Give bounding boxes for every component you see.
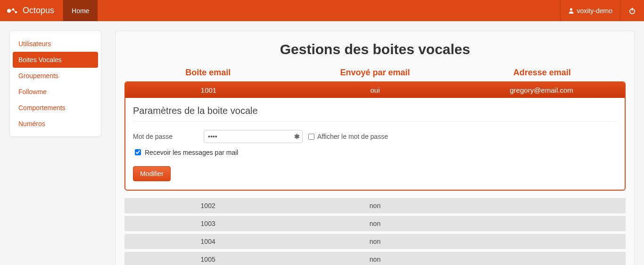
selected-address: gregory@email.com	[458, 82, 625, 98]
header-box: Boite email	[124, 68, 291, 78]
voicemail-settings-body: Paramètres de la boite vocale Mot de pas…	[125, 98, 625, 190]
voicemail-cell-box: 1004	[124, 234, 291, 249]
password-label: Mot de passe	[133, 133, 204, 140]
voicemail-row[interactable]: 1004non	[124, 234, 626, 249]
sidebar-item-boites-vocales[interactable]: Boites Vocales	[13, 52, 98, 68]
sidebar: UtilisateursBoites VocalesGroupementsFol…	[9, 31, 101, 137]
navbar-spacer	[98, 0, 560, 21]
voicemail-cell-sent: non	[291, 252, 458, 265]
svg-point-5	[570, 8, 572, 10]
nav-user-label: voxity-demo	[577, 7, 612, 15]
brand-logo-icon	[7, 7, 19, 15]
voicemail-cell-sent: non	[291, 216, 458, 231]
selected-sent: oui	[292, 82, 458, 98]
voicemail-cell-address	[459, 252, 626, 265]
sidebar-item-numéros[interactable]: Numéros	[10, 116, 101, 132]
nav-home-label: Home	[72, 7, 89, 15]
voicemail-row[interactable]: 1005non	[124, 252, 626, 265]
receive-mail-label: Recevoir les messages par mail	[145, 149, 238, 156]
header-address: Adresse email	[459, 68, 626, 78]
receive-mail-checkbox[interactable]	[135, 149, 141, 155]
header-sent: Envoyé par email	[291, 68, 458, 78]
power-icon	[628, 7, 636, 15]
sidebar-item-followme[interactable]: Followme	[10, 84, 101, 100]
sidebar-item-groupements[interactable]: Groupements	[10, 68, 101, 84]
voicemail-cell-box: 1003	[124, 216, 291, 231]
show-password-label: Afficher le mot de passe	[317, 133, 388, 140]
svg-line-4	[13, 10, 16, 12]
selected-box: 1001	[125, 82, 292, 98]
column-headers: Boite email Envoyé par email Adresse ema…	[124, 68, 626, 78]
selected-voicemail-row[interactable]: 1001 oui gregory@email.com	[125, 82, 625, 98]
voicemail-cell-sent: non	[291, 198, 458, 213]
voicemail-settings-title: Paramètres de la boite vocale	[133, 105, 617, 121]
voicemail-cell-box: 1005	[124, 252, 291, 265]
brand-label: Octopus	[23, 6, 54, 16]
show-password-wrapper[interactable]: Afficher le mot de passe	[306, 132, 388, 141]
voicemail-cell-sent: non	[291, 234, 458, 249]
brand[interactable]: Octopus	[0, 0, 63, 21]
selected-voicemail-panel: 1001 oui gregory@email.com Paramètres de…	[124, 81, 626, 191]
voicemail-cell-box: 1002	[124, 198, 291, 213]
modify-button[interactable]: Modifier	[133, 166, 171, 181]
voicemail-cell-address	[459, 216, 626, 231]
user-icon	[568, 8, 574, 14]
voicemail-rows: 1002non1003non1004non1005non	[124, 198, 626, 265]
show-password-checkbox[interactable]	[308, 134, 314, 140]
modify-button-label: Modifier	[140, 170, 164, 177]
password-row: Mot de passe ✱ Afficher le mot de passe	[133, 130, 617, 143]
voicemail-cell-address	[459, 234, 626, 249]
sidebar-item-utilisateurs[interactable]: Utilisateurs	[10, 36, 101, 52]
receive-mail-row: Recevoir les messages par mail	[133, 148, 617, 157]
svg-point-0	[7, 9, 11, 13]
top-navbar: Octopus Home voxity-demo	[0, 0, 644, 21]
nav-home[interactable]: Home	[63, 0, 98, 21]
nav-user[interactable]: voxity-demo	[560, 0, 620, 21]
sidebar-item-comportements[interactable]: Comportements	[10, 100, 101, 116]
voicemail-row[interactable]: 1003non	[124, 216, 626, 231]
page-title: Gestions des boites vocales	[124, 41, 626, 57]
voicemail-row[interactable]: 1002non	[124, 198, 626, 213]
main-panel: Gestions des boites vocales Boite email …	[116, 31, 635, 265]
password-input[interactable]	[204, 130, 303, 143]
nav-power-button[interactable]	[620, 0, 644, 21]
voicemail-cell-address	[459, 198, 626, 213]
